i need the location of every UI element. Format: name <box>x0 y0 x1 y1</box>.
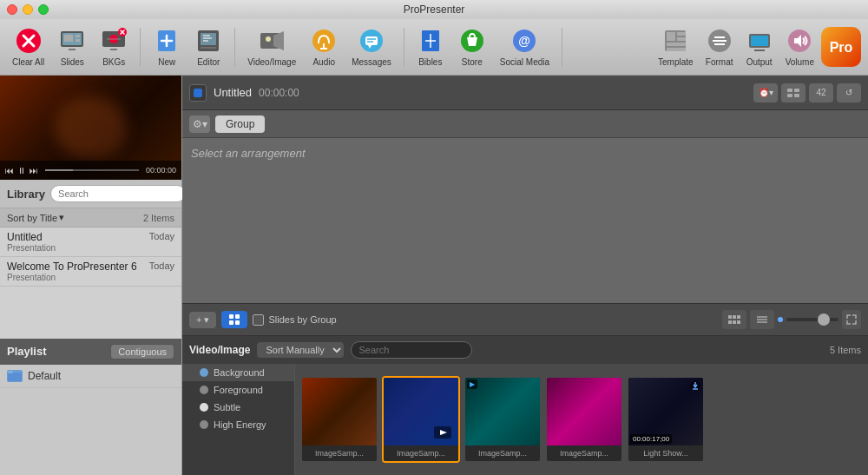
grid-view-button[interactable] <box>722 310 746 329</box>
arrange-view-button[interactable] <box>221 311 247 328</box>
doc-clock-button[interactable]: ⏰▾ <box>753 83 778 102</box>
media-thumbnails: ImageSamp... ImageSamp... <box>295 364 868 475</box>
slides-by-group-checkbox[interactable] <box>253 314 264 326</box>
media-category-high-energy[interactable]: High Energy <box>182 416 294 433</box>
forward-button[interactable]: ⏭ <box>30 166 38 175</box>
arrangement-placeholder: Select an arrangement <box>191 147 306 160</box>
media-category-subtle[interactable]: Subtle <box>182 399 294 416</box>
svg-rect-58 <box>8 373 22 381</box>
close-button[interactable] <box>7 4 17 15</box>
media-thumb[interactable]: 00:00:17;00 Light Show... <box>627 376 705 463</box>
app-title: ProPresenter <box>404 3 465 16</box>
media-thumb[interactable]: ImageSamp... <box>300 376 378 463</box>
item-subtitle: Presentation <box>7 243 174 253</box>
zoom-slider[interactable] <box>786 318 838 321</box>
category-dot <box>200 420 208 429</box>
volume-button[interactable]: Volume <box>780 23 819 70</box>
expand-button[interactable] <box>842 310 861 329</box>
doc-refresh-button[interactable]: ↺ <box>837 83 861 102</box>
store-button[interactable]: Store <box>453 23 491 70</box>
sep-4 <box>562 28 562 67</box>
category-dot <box>200 368 208 377</box>
svg-rect-43 <box>667 32 675 41</box>
clear-all-button[interactable]: Clear All <box>7 23 49 70</box>
svg-rect-53 <box>751 36 768 46</box>
svg-point-27 <box>266 36 271 42</box>
contiguous-button[interactable]: Contiguous <box>110 344 174 360</box>
svg-rect-54 <box>754 49 765 51</box>
playlist-title: Playlist <box>7 345 47 358</box>
sort-arrow-icon: ▾ <box>59 212 64 223</box>
add-slide-button[interactable]: +▾ <box>189 312 216 328</box>
minimize-button[interactable] <box>23 4 33 15</box>
svg-rect-60 <box>787 89 792 92</box>
zoom-dot <box>778 317 783 322</box>
main-area: ⏮ ⏸ ⏭ 00:00:00 Library ⚙ Sort by Title ▾… <box>0 76 868 475</box>
playlist-item[interactable]: Default <box>0 365 181 388</box>
svg-rect-61 <box>794 89 799 92</box>
store-label: Store <box>462 57 483 67</box>
add-icon: + <box>196 314 201 325</box>
svg-rect-72 <box>733 320 736 324</box>
video-image-button[interactable]: Video/Image <box>242 23 301 70</box>
slides-label: Slides <box>61 57 84 67</box>
social-media-button[interactable]: @ Social Media <box>495 23 555 70</box>
svg-rect-47 <box>667 48 686 51</box>
group-button[interactable]: Group <box>215 115 265 133</box>
library-item[interactable]: Untitled Today Presentation <box>0 228 181 257</box>
sort-dropdown[interactable]: Sort Manually <box>257 342 344 358</box>
format-button[interactable]: Format <box>700 23 739 70</box>
group-settings-button[interactable]: ⚙▾ <box>189 115 210 133</box>
svg-rect-68 <box>728 315 732 319</box>
svg-rect-59 <box>8 371 13 373</box>
output-button[interactable]: Output <box>740 23 779 70</box>
doc-grid-button[interactable] <box>781 83 806 102</box>
corner-icon: ▶ <box>467 379 477 389</box>
group-bar: ⚙▾ Group <box>182 110 868 138</box>
playlist-header: Playlist Contiguous <box>0 339 181 365</box>
thumb-label: ImageSamp... <box>384 445 458 461</box>
media-thumb[interactable]: ImageSamp... <box>545 376 623 463</box>
library-header: Library ⚙ <box>0 180 181 208</box>
list-view-button[interactable] <box>750 310 774 329</box>
media-search-input[interactable] <box>351 341 472 359</box>
template-button[interactable]: Template <box>653 23 699 70</box>
media-header: Video/Image Sort Manually 5 Items <box>182 336 868 364</box>
doc-num-button[interactable]: 42 <box>809 83 833 102</box>
rewind-button[interactable]: ⏮ <box>5 166 14 175</box>
library-search-input[interactable] <box>50 185 186 202</box>
zoom-thumb[interactable] <box>818 313 830 326</box>
bibles-button[interactable]: Bibles <box>411 23 450 70</box>
media-content: Background Foreground Subtle High Energy <box>182 364 868 475</box>
maximize-button[interactable] <box>38 4 49 15</box>
item-subtitle: Presentation <box>7 273 174 282</box>
template-label: Template <box>658 57 694 67</box>
svg-text:@: @ <box>519 34 531 48</box>
media-category-background[interactable]: Background <box>182 364 294 381</box>
media-category-foreground[interactable]: Foreground <box>182 381 294 399</box>
media-thumb[interactable]: ImageSamp... <box>382 376 460 463</box>
sort-by-title-button[interactable]: Sort by Title ▾ <box>7 212 64 223</box>
pro-icon[interactable]: Pro <box>821 27 861 67</box>
media-browser-title: Video/Image <box>189 344 250 356</box>
doc-toggle[interactable] <box>189 84 207 102</box>
sep-2 <box>234 28 235 67</box>
sep-3 <box>404 28 404 67</box>
output-label: Output <box>746 57 773 67</box>
preview-controls: ⏮ ⏸ ⏭ 00:00:00 <box>0 161 181 180</box>
media-thumb[interactable]: ▶ ImageSamp... <box>464 376 542 463</box>
traffic-lights <box>7 4 49 15</box>
item-date: Today <box>149 261 174 273</box>
bkgs-button[interactable]: BKGs <box>95 23 133 70</box>
svg-rect-63 <box>794 94 799 97</box>
editor-button[interactable]: Editor <box>189 23 227 70</box>
social-media-label: Social Media <box>500 57 549 67</box>
audio-button[interactable]: Audio <box>305 23 343 70</box>
slides-by-group-label: Slides by Group <box>268 314 336 325</box>
slides-button[interactable]: Slides <box>53 23 91 70</box>
preview-area: ⏮ ⏸ ⏭ 00:00:00 <box>0 76 181 180</box>
messages-button[interactable]: Messages <box>346 23 397 70</box>
new-button[interactable]: New <box>148 23 186 70</box>
play-button[interactable]: ⏸ <box>17 166 26 175</box>
library-item[interactable]: Welcome To ProPresenter 6 Today Presenta… <box>0 257 181 287</box>
